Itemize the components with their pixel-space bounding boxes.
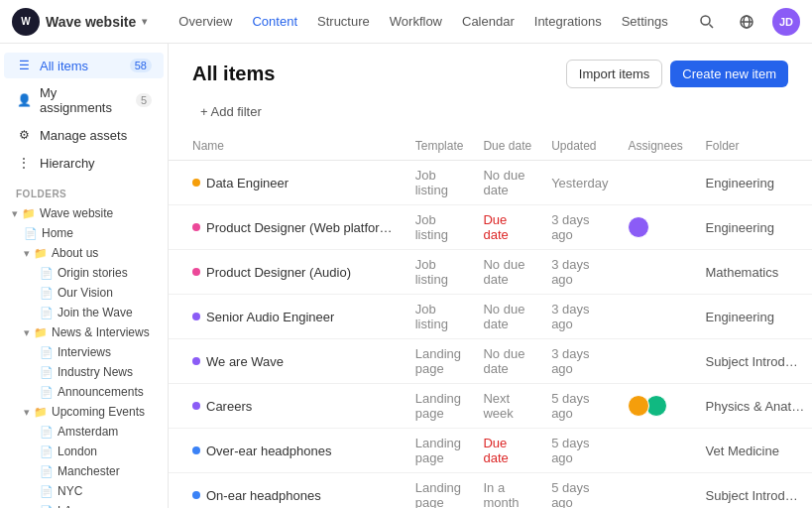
cell-template: Landing page	[406, 429, 474, 473]
cell-template: Job listing	[406, 295, 474, 339]
col-assignees[interactable]: Assignees	[618, 131, 695, 161]
item-name[interactable]: On-ear headphones	[206, 488, 321, 503]
col-due-date[interactable]: Due date	[473, 131, 541, 161]
create-new-item-button[interactable]: Create new item	[670, 61, 788, 87]
folder-join-wave[interactable]: 📄 Join the Wave	[4, 303, 164, 322]
folder-about-us[interactable]: ▾ 📁 About us	[4, 243, 164, 263]
sidebar-item-manage-assets[interactable]: ⚙ Manage assets	[4, 122, 164, 148]
col-updated[interactable]: Updated	[541, 131, 618, 161]
table-row[interactable]: We are WaveLanding pageNo due date3 days…	[169, 339, 812, 384]
folder-amsterdam[interactable]: 📄 Amsterdam	[4, 422, 164, 442]
cell-folder: Engineering	[695, 295, 812, 339]
cell-updated: 5 days ago	[541, 384, 618, 429]
folder-icon: ▾	[12, 207, 18, 220]
cell-updated: 3 days ago	[541, 295, 618, 339]
cell-assignees	[618, 205, 695, 250]
nav-settings[interactable]: Settings	[614, 10, 676, 33]
nav-overview[interactable]: Overview	[171, 10, 240, 33]
folder-label: Industry News	[58, 365, 156, 379]
cell-updated: 5 days ago	[541, 473, 618, 509]
table-row[interactable]: Product Designer (Web platfor…Job listin…	[169, 205, 812, 250]
folder-our-vision[interactable]: 📄 Our Vision	[4, 283, 164, 303]
folder-interviews[interactable]: 📄 Interviews	[4, 342, 164, 362]
header-actions: Import items Create new item	[566, 60, 788, 88]
page-icon: 📄	[40, 267, 54, 280]
folder-name: Subject Introd…	[705, 354, 797, 369]
cell-due-date: In a month	[473, 473, 541, 509]
folder-announcements[interactable]: 📄 Announcements	[4, 382, 164, 402]
nav-workflow[interactable]: Workflow	[382, 10, 450, 33]
cell-assignees	[618, 384, 695, 429]
add-filter-button[interactable]: + Add filter	[192, 100, 270, 123]
col-folder[interactable]: Folder	[695, 131, 812, 161]
nav-content[interactable]: Content	[244, 10, 305, 33]
table-row[interactable]: CareersLanding pageNext week5 days agoPh…	[169, 384, 812, 429]
nav-calendar[interactable]: Calendar	[454, 10, 522, 33]
table-row[interactable]: On-ear headphonesLanding pageIn a month5…	[169, 473, 812, 509]
nav-right: JD	[693, 8, 800, 36]
cell-name: Product Designer (Web platfor…	[169, 205, 406, 250]
status-dot	[192, 402, 200, 410]
sidebar-item-my-assignments[interactable]: 👤 My assignments 5	[4, 80, 164, 120]
item-name[interactable]: Over-ear headphones	[206, 444, 331, 458]
nav-structure[interactable]: Structure	[309, 10, 378, 33]
item-name[interactable]: Data Engineer	[206, 176, 289, 190]
table-row[interactable]: Data EngineerJob listingNo due dateYeste…	[169, 161, 812, 205]
item-name[interactable]: Senior Audio Engineer	[206, 310, 334, 324]
cell-updated: 5 days ago	[541, 429, 618, 473]
sidebar-item-hierarchy[interactable]: ⋮ Hierarchy	[4, 150, 164, 176]
folder-la[interactable]: 📄 LA	[4, 501, 164, 508]
item-name[interactable]: We are Wave	[206, 354, 284, 369]
cell-due-date: Due date	[473, 205, 541, 250]
cell-folder: Vet Medicine	[695, 429, 812, 473]
page-title: All items	[192, 63, 275, 85]
col-template[interactable]: Template	[406, 131, 474, 161]
folder-label: NYC	[58, 484, 156, 498]
user-avatar[interactable]: JD	[772, 8, 800, 36]
item-name[interactable]: Product Designer (Audio)	[206, 265, 351, 280]
cell-due-date: No due date	[473, 161, 541, 205]
import-button[interactable]: Import items	[566, 60, 663, 88]
globe-button[interactable]	[733, 8, 760, 36]
svg-line-1	[710, 24, 714, 28]
cell-assignees	[618, 339, 695, 384]
manage-assets-label: Manage assets	[40, 128, 152, 143]
folder-label: Origin stories	[58, 266, 156, 280]
nav-links: Overview Content Structure Workflow Cale…	[171, 10, 677, 33]
status-dot	[192, 491, 200, 499]
main-content: All items Import items Create new item +…	[169, 44, 812, 508]
col-name[interactable]: Name	[169, 131, 406, 161]
table-row[interactable]: Product Designer (Audio)Job listingNo du…	[169, 250, 812, 295]
folder-upcoming-events[interactable]: ▾ 📁 Upcoming Events	[4, 402, 164, 422]
folder-wave-website[interactable]: ▾ 📁 Wave website	[4, 203, 164, 223]
table-body: Data EngineerJob listingNo due dateYeste…	[169, 161, 812, 509]
folder-name: Engineering	[705, 220, 773, 235]
folder-nyc[interactable]: 📄 NYC	[4, 481, 164, 501]
folder-label: Amsterdam	[58, 425, 156, 439]
folder-london[interactable]: 📄 London	[4, 442, 164, 461]
folder-news-interviews[interactable]: ▾ 📁 News & Interviews	[4, 322, 164, 342]
main-header: All items Import items Create new item	[169, 44, 812, 96]
site-chevron-icon[interactable]: ▾	[142, 16, 147, 27]
table-row[interactable]: Senior Audio EngineerJob listingNo due d…	[169, 295, 812, 339]
nav-integrations[interactable]: Integrations	[526, 10, 610, 33]
logo-area[interactable]: W Wave website ▾	[12, 8, 147, 36]
due-date-overdue: Due date	[483, 212, 508, 242]
cell-due-date: Next week	[473, 384, 541, 429]
my-assignments-label: My assignments	[40, 85, 128, 115]
folder-industry-news[interactable]: 📄 Industry News	[4, 362, 164, 382]
folder-manchester[interactable]: 📄 Manchester	[4, 461, 164, 481]
sidebar-item-all-items[interactable]: ☰ All items 58	[4, 53, 164, 78]
folder-home[interactable]: 📄 Home	[4, 223, 164, 243]
item-name[interactable]: Product Designer (Web platfor…	[206, 220, 393, 235]
folder-origin-stories[interactable]: 📄 Origin stories	[4, 263, 164, 283]
item-name[interactable]: Careers	[206, 399, 252, 414]
cell-folder: Subject Introd…	[695, 339, 812, 384]
search-button[interactable]	[693, 8, 721, 36]
page-icon: 📄	[40, 386, 54, 399]
folder-label: Announcements	[58, 385, 156, 399]
cell-updated: Yesterday	[541, 161, 618, 205]
table-row[interactable]: Over-ear headphonesLanding pageDue date5…	[169, 429, 812, 473]
cell-folder: Subject Introd…	[695, 473, 812, 509]
top-navigation: W Wave website ▾ Overview Content Struct…	[0, 0, 812, 44]
